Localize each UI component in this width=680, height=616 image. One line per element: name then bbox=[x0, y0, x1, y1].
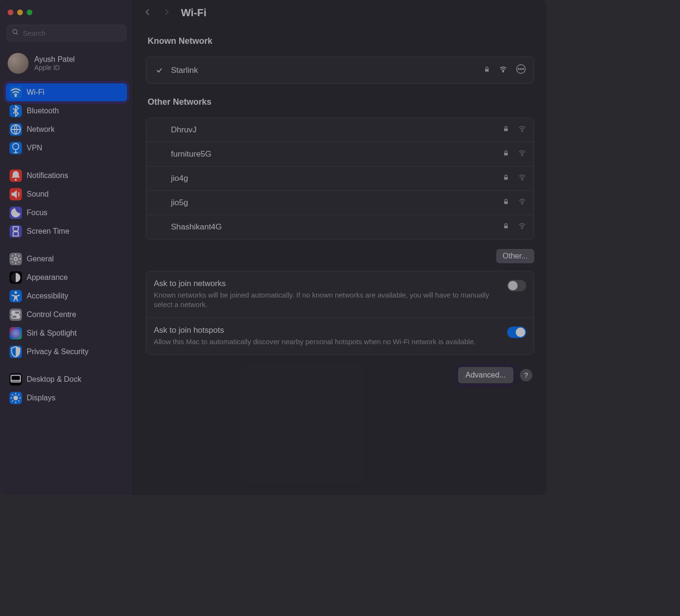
user-account-row[interactable]: Ayush Patel Apple ID bbox=[5, 50, 128, 81]
advanced-button[interactable]: Advanced... bbox=[458, 367, 514, 383]
close-window-button[interactable] bbox=[8, 10, 13, 15]
network-row[interactable]: jio5g bbox=[146, 191, 534, 215]
toggle-switch[interactable] bbox=[507, 280, 526, 291]
other-networks-heading: Other Networks bbox=[146, 91, 534, 110]
sound-icon bbox=[10, 188, 22, 200]
sidebar-item-focus[interactable]: Focus bbox=[6, 204, 127, 222]
search-field-wrapper[interactable] bbox=[7, 25, 126, 41]
vpn-icon bbox=[10, 142, 22, 154]
setting-title: Ask to join networks bbox=[154, 279, 500, 288]
setting-description: Known networks will be joined automatica… bbox=[154, 290, 500, 310]
user-name: Ayush Patel bbox=[34, 55, 75, 64]
network-trailing bbox=[502, 222, 526, 232]
search-input[interactable] bbox=[23, 29, 121, 37]
forward-button[interactable] bbox=[162, 7, 170, 19]
known-network-heading: Known Network bbox=[146, 30, 534, 49]
nav-list: Wi-FiBluetoothNetworkVPNNotificationsSou… bbox=[5, 83, 128, 407]
sidebar-item-accessibility[interactable]: Accessibility bbox=[6, 287, 127, 305]
wifi-signal-icon bbox=[518, 149, 526, 159]
svg-point-8 bbox=[14, 258, 18, 261]
network-row[interactable]: DhruvJ bbox=[146, 118, 534, 142]
checkmark-icon bbox=[154, 67, 164, 74]
displays-icon bbox=[10, 392, 22, 404]
svg-point-28 bbox=[503, 71, 504, 72]
search-icon bbox=[12, 29, 19, 38]
svg-rect-41 bbox=[504, 226, 508, 229]
other-network-button[interactable]: Other... bbox=[496, 249, 534, 263]
sidebar-item-label: Displays bbox=[27, 394, 55, 402]
privacy-icon bbox=[10, 346, 22, 358]
zoom-window-button[interactable] bbox=[27, 10, 32, 15]
screentime-icon bbox=[10, 225, 22, 238]
sidebar-item-label: Network bbox=[27, 125, 55, 134]
svg-point-0 bbox=[13, 30, 17, 34]
sidebar-item-screentime[interactable]: Screen Time bbox=[6, 222, 127, 240]
settings-panel: Ask to join networksKnown networks will … bbox=[146, 271, 534, 355]
network-trailing bbox=[502, 173, 526, 184]
sidebar-item-controlcentre[interactable]: Control Centre bbox=[6, 306, 127, 324]
general-icon bbox=[10, 253, 22, 265]
avatar bbox=[8, 53, 29, 74]
sidebar-item-wifi[interactable]: Wi-Fi bbox=[6, 83, 127, 101]
svg-point-42 bbox=[522, 228, 523, 229]
other-networks-panel: DhruvJfurniture5Gjio4gjio5gShashikant4G bbox=[146, 118, 534, 239]
controlcentre-icon bbox=[10, 308, 22, 321]
setting-title: Ask to join hotspots bbox=[154, 326, 500, 335]
wifi-icon bbox=[10, 86, 22, 99]
svg-rect-27 bbox=[485, 69, 489, 71]
help-button[interactable]: ? bbox=[520, 369, 532, 381]
network-row[interactable]: furniture5G bbox=[146, 142, 534, 167]
setting-row: Ask to join hotspotsAllow this Mac to au… bbox=[146, 318, 534, 354]
window-controls bbox=[5, 7, 128, 23]
wifi-signal-icon bbox=[518, 125, 526, 135]
lock-icon bbox=[483, 66, 490, 75]
sidebar-item-label: Siri & Spotlight bbox=[27, 329, 77, 338]
sidebar-item-network[interactable]: Network bbox=[6, 120, 127, 139]
network-name: DhruvJ bbox=[171, 125, 496, 135]
svg-point-13 bbox=[13, 312, 15, 314]
svg-rect-33 bbox=[504, 129, 508, 131]
network-trailing bbox=[483, 64, 526, 77]
sidebar-item-vpn[interactable]: VPN bbox=[6, 139, 127, 157]
network-name: Shashikant4G bbox=[171, 222, 496, 232]
focus-icon bbox=[10, 207, 22, 219]
sidebar-item-label: Privacy & Security bbox=[27, 348, 89, 356]
svg-line-23 bbox=[12, 394, 13, 395]
network-trailing bbox=[502, 198, 526, 208]
page-title: Wi-Fi bbox=[181, 7, 207, 19]
svg-point-38 bbox=[522, 179, 523, 180]
sidebar-item-notifications[interactable]: Notifications bbox=[6, 167, 127, 185]
svg-point-2 bbox=[15, 95, 17, 97]
sidebar-item-general[interactable]: General bbox=[6, 250, 127, 268]
appearance-icon bbox=[10, 271, 22, 284]
back-button[interactable] bbox=[144, 7, 152, 19]
network-name: jio5g bbox=[171, 198, 496, 208]
toggle-switch[interactable] bbox=[507, 327, 526, 338]
network-row[interactable]: Starlink bbox=[146, 57, 534, 83]
network-row[interactable]: jio4g bbox=[146, 167, 534, 191]
wifi-signal-icon bbox=[518, 198, 526, 208]
svg-point-4 bbox=[13, 143, 19, 149]
sidebar-item-label: Wi-Fi bbox=[27, 88, 44, 97]
svg-point-34 bbox=[522, 131, 523, 132]
sidebar-item-bluetooth[interactable]: Bluetooth bbox=[6, 102, 127, 120]
sidebar-item-label: Notifications bbox=[27, 171, 68, 180]
lock-icon bbox=[502, 149, 510, 159]
sidebar-item-appearance[interactable]: Appearance bbox=[6, 268, 127, 287]
network-trailing bbox=[502, 125, 526, 135]
sidebar-item-label: Control Centre bbox=[27, 310, 76, 319]
sidebar-item-desktop[interactable]: Desktop & Dock bbox=[6, 370, 127, 388]
network-row[interactable]: Shashikant4G bbox=[146, 215, 534, 239]
more-options-button[interactable] bbox=[516, 64, 526, 77]
svg-rect-39 bbox=[504, 201, 508, 204]
sidebar-item-sound[interactable]: Sound bbox=[6, 185, 127, 203]
sidebar-item-displays[interactable]: Displays bbox=[6, 389, 127, 407]
svg-line-24 bbox=[18, 400, 19, 401]
sidebar-item-privacy[interactable]: Privacy & Security bbox=[6, 343, 127, 361]
minimize-window-button[interactable] bbox=[17, 10, 23, 15]
svg-point-14 bbox=[17, 316, 19, 318]
sidebar-item-siri[interactable]: Siri & Spotlight bbox=[6, 324, 127, 342]
sidebar-item-label: Focus bbox=[27, 209, 48, 217]
svg-point-18 bbox=[13, 396, 18, 400]
notifications-icon bbox=[10, 169, 22, 182]
